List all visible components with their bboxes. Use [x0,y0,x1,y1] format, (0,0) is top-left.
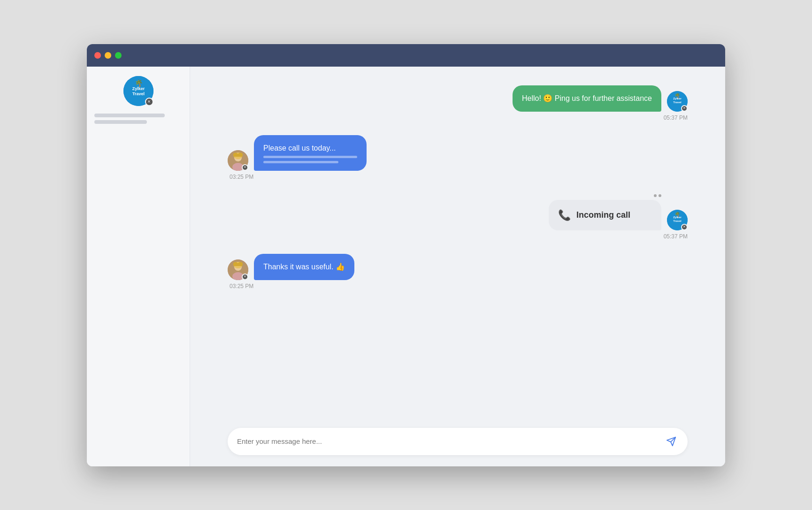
sidebar-line-1 [94,114,165,117]
window-controls [94,52,122,59]
sidebar-avatar-badge [145,98,153,106]
typing-dot-1 [654,194,657,197]
message-group-1: Zylker Travel 🌴 Hello! 🙂 Ping us for fur… [228,85,688,121]
msg-avatar-3: Zylker Travel 🌴 [667,210,688,230]
message-row-1: Zylker Travel 🌴 Hello! 🙂 Ping us for fur… [513,85,688,112]
timestamp-1: 05:37 PM [664,114,688,121]
svg-text:Zylker: Zylker [132,86,145,91]
msg-avatar-badge-1 [681,105,688,112]
minimize-button[interactable] [105,52,111,59]
phone-icon: 📞 [558,207,571,223]
message-group-2: Please call us today... 03:25 PM [228,135,688,180]
timestamp-2: 03:25 PM [228,174,253,180]
chat-input[interactable] [237,437,664,445]
timestamp-4: 03:25 PM [228,283,253,289]
titlebar [87,44,725,67]
bubble-line-2b [263,161,338,163]
send-icon [666,436,676,447]
message-bubble-1: Hello! 🙂 Ping us for further assistance [513,85,661,112]
input-box [228,428,688,455]
typing-dot-2 [659,194,661,197]
sidebar-line-2 [94,120,147,124]
bubble-lines-2 [263,156,357,163]
bubble-line-2a [263,156,357,158]
messages-container: Zylker Travel 🌴 Hello! 🙂 Ping us for fur… [190,67,725,420]
message-bubble-4: Thanks it was useful. 👍 [254,254,354,280]
message-group-4: Thanks it was useful. 👍 03:25 PM [228,254,688,289]
maximize-button[interactable] [115,52,122,59]
timestamp-3: 05:37 PM [664,233,688,240]
svg-text:🌴: 🌴 [674,92,681,99]
typing-indicator [654,194,688,197]
message-text-4: Thanks it was useful. 👍 [263,263,345,271]
send-button[interactable] [664,434,678,449]
svg-text:🌴: 🌴 [674,211,681,217]
msg-avatar-badge-3 [681,224,688,230]
msg-avatar-1: Zylker Travel 🌴 [667,91,688,112]
svg-text:Travel: Travel [132,91,144,96]
close-button[interactable] [94,52,101,59]
app-body: Zylker Travel 🌴 [87,67,725,466]
message-bubble-3: 📞 Incoming call [549,200,661,230]
message-row-2: Please call us today... [228,135,367,171]
message-row-4: Thanks it was useful. 👍 [228,254,354,280]
sidebar-avatar-container: Zylker Travel 🌴 [123,76,153,106]
app-window: Zylker Travel 🌴 [87,44,725,466]
sidebar-nav-lines [94,114,182,124]
svg-text:Travel: Travel [673,220,682,222]
chat-area: Zylker Travel 🌴 Hello! 🙂 Ping us for fur… [190,67,725,466]
svg-text:Travel: Travel [673,101,682,104]
message-row-3: Zylker Travel 🌴 📞 Incoming call [549,200,688,230]
message-bubble-2: Please call us today... [254,135,367,171]
message-text-3: Incoming call [576,209,630,221]
msg-avatar-4 [228,259,248,280]
svg-text:🌴: 🌴 [134,79,143,87]
message-text-2-main: Please call us today... [263,144,336,152]
msg-avatar-badge-2 [242,164,248,171]
msg-avatar-2 [228,150,248,171]
msg-avatar-badge-4 [242,274,248,280]
message-text-1: Hello! 🙂 Ping us for further assistance [522,94,652,102]
message-group-3: Zylker Travel 🌴 📞 Incoming call [228,194,688,240]
sidebar: Zylker Travel 🌴 [87,67,190,466]
input-area [190,420,725,466]
